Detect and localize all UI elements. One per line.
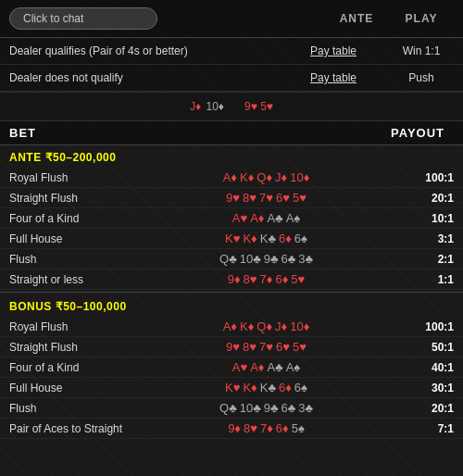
hand-name: Pair of Aces to Straight (9, 422, 130, 435)
card: 3♣ (298, 401, 313, 415)
dealer-qualifies-result: Win 1:1 (389, 44, 454, 57)
hand-name: Four of a Kind (9, 361, 130, 374)
card-10d: 10♦ (206, 100, 224, 113)
hand-cards: K♥ K♦ K♣ 6♦ 6♠ (130, 232, 403, 245)
card: J♦ (275, 319, 287, 333)
card: A♠ (286, 211, 301, 225)
hand-payout: 20:1 (403, 402, 454, 415)
card: 6♦ (275, 272, 288, 286)
table-row: Straight or less 9♦ 8♥ 7♦ 6♦ 5♥ 1:1 (0, 269, 463, 290)
ante-section: ANTE ₹50–200,000 Royal Flush A♦ K♦ Q♦ J♦… (0, 145, 463, 290)
hand-payout: 50:1 (403, 341, 454, 354)
ante-header: ANTE (324, 12, 389, 25)
hand-cards: K♥ K♦ K♣ 6♦ 6♠ (130, 381, 403, 395)
card: 6♥ (276, 340, 290, 354)
hand-cards: Q♣ 10♣ 9♣ 6♣ 3♣ (130, 252, 403, 266)
table-row: Straight Flush 9♥ 8♥ 7♥ 6♥ 5♥ 20:1 (0, 188, 463, 208)
hand-cards: A♦ K♦ Q♦ J♦ 10♦ (130, 319, 403, 333)
card: 6♣ (281, 401, 295, 415)
card: 9♥ (226, 340, 240, 354)
card: 8♥ (243, 340, 257, 354)
card: 10♦ (290, 170, 309, 184)
card: 10♣ (240, 401, 261, 415)
card: 3♣ (298, 252, 313, 266)
dealer-not-qualify-row: Dealer does not qualify Pay table Push (0, 65, 463, 92)
card: 10♦ (290, 319, 309, 333)
card: A♥ (232, 360, 247, 374)
table-row: Full House K♥ K♦ K♣ 6♦ 6♠ 3:1 (0, 229, 463, 249)
dealer-not-qualify-paytable: Pay table (278, 71, 389, 84)
header-cols: ANTE PLAY (324, 12, 454, 25)
card: A♦ (250, 360, 264, 374)
dealer-qualifies-row: Dealer qualifies (Pair of 4s or better) … (0, 38, 463, 65)
bet-label: BET (9, 126, 391, 140)
card: 7♥ (259, 340, 273, 354)
card: 6♣ (281, 252, 295, 266)
card: 5♠ (292, 421, 305, 435)
card: 5♥ (293, 191, 307, 205)
hand-name: Straight Flush (9, 341, 130, 354)
hand-payout: 7:1 (403, 422, 454, 435)
table-row: Full House K♥ K♦ K♣ 6♦ 6♠ 30:1 (0, 378, 463, 398)
card: 5♥ (293, 340, 307, 354)
section-divider (0, 292, 463, 293)
bottom-cards: 9♥ 5♥ (244, 100, 273, 113)
card: 6♦ (276, 421, 289, 435)
card: K♦ (243, 232, 257, 245)
card-5h: 5♥ (260, 100, 273, 113)
hand-payout: 10:1 (403, 212, 454, 225)
card: 7♥ (259, 191, 273, 205)
hand-cards: A♥ A♦ A♣ A♠ (130, 360, 403, 374)
hand-name: Full House (9, 382, 130, 395)
card: 7♦ (260, 421, 273, 435)
card: A♣ (267, 360, 282, 374)
chat-button[interactable]: Click to chat (9, 7, 157, 30)
card: K♣ (260, 232, 276, 245)
card: K♣ (260, 381, 276, 395)
dealer-not-qualify-label: Dealer does not qualify (9, 71, 278, 84)
card: 10♣ (240, 252, 261, 266)
bonus-section-title: BONUS ₹50–100,000 (0, 294, 463, 317)
card: 6♥ (276, 191, 290, 205)
hand-payout: 3:1 (403, 232, 454, 245)
card: Q♦ (257, 170, 272, 184)
main-container: Click to chat ANTE PLAY Dealer qualifies… (0, 0, 463, 439)
hand-payout: 30:1 (403, 382, 454, 395)
hand-name: Four of a Kind (9, 212, 130, 225)
card-9h: 9♥ (244, 100, 257, 113)
card: Q♣ (219, 401, 237, 415)
dealer-qualifies-label: Dealer qualifies (Pair of 4s or better) (9, 44, 278, 57)
card: 9♦ (228, 272, 241, 286)
hand-name: Flush (9, 402, 130, 415)
card: 9♣ (264, 252, 279, 266)
bonus-section: BONUS ₹50–100,000 Royal Flush A♦ K♦ Q♦ J… (0, 294, 463, 439)
table-row: Royal Flush A♦ K♦ Q♦ J♦ 10♦ 100:1 (0, 317, 463, 337)
card: J♦ (275, 170, 287, 184)
hand-payout: 100:1 (403, 171, 454, 184)
card: A♣ (267, 211, 282, 225)
table-row: Four of a Kind A♥ A♦ A♣ A♠ 40:1 (0, 357, 463, 378)
card: 6♠ (294, 232, 307, 245)
card: K♦ (240, 170, 254, 184)
ante-section-title: ANTE ₹50–200,000 (0, 145, 463, 168)
table-row: Royal Flush A♦ K♦ Q♦ J♦ 10♦ 100:1 (0, 168, 463, 188)
card: 8♥ (243, 191, 257, 205)
card: 6♠ (294, 381, 307, 395)
hand-cards: 9♥ 8♥ 7♥ 6♥ 5♥ (130, 340, 403, 354)
hand-payout: 100:1 (403, 320, 454, 333)
card: K♥ (225, 232, 240, 245)
table-row: Pair of Aces to Straight 9♦ 8♥ 7♦ 6♦ 5♠ … (0, 419, 463, 439)
card: A♥ (232, 211, 247, 225)
card: 6♦ (279, 381, 292, 395)
table-row: Flush Q♣ 10♣ 9♣ 6♣ 3♣ 2:1 (0, 249, 463, 269)
cards-display: J♦ 10♦ 9♥ 5♥ (0, 93, 463, 121)
card: K♥ (225, 381, 240, 395)
card: A♦ (250, 211, 264, 225)
hand-payout: 2:1 (403, 253, 454, 266)
card: Q♣ (219, 252, 237, 266)
payout-label: PAYOUT (391, 126, 444, 140)
hand-name: Full House (9, 232, 130, 245)
card: 5♥ (291, 272, 305, 286)
hand-cards: 9♥ 8♥ 7♥ 6♥ 5♥ (130, 191, 403, 205)
hand-cards: 9♦ 8♥ 7♦ 6♦ 5♥ (130, 272, 403, 286)
